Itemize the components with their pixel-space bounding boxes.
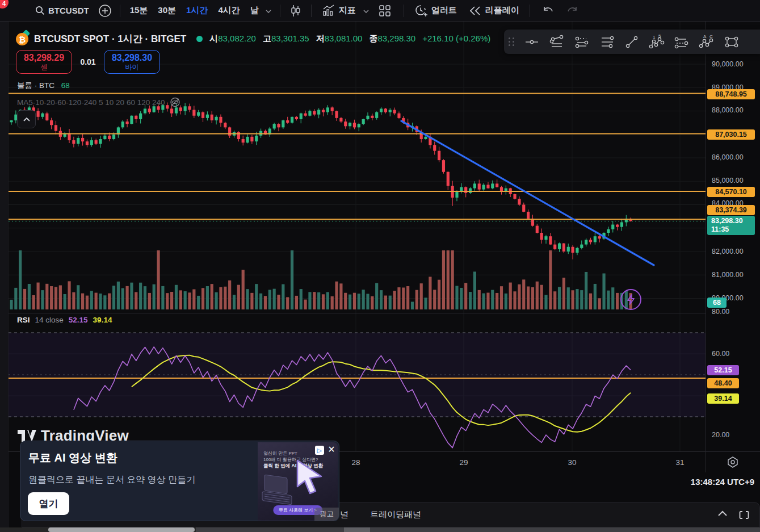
symbol-search-label: BTCUSDT — [48, 6, 89, 15]
time-tick: 29 — [459, 458, 468, 467]
chart-type-button[interactable] — [285, 2, 306, 19]
chevron-up-icon — [23, 117, 31, 122]
volume-value: 68 — [61, 81, 70, 90]
draw-tool-horizontal-line[interactable] — [519, 32, 544, 52]
draw-tool-parallel-rays[interactable] — [594, 32, 619, 52]
plus-circle-icon — [98, 4, 112, 18]
draw-tool-fib-retracement[interactable] — [569, 32, 594, 52]
timeframe-날[interactable]: 날 — [245, 5, 264, 16]
rsi-axis-label: 52.15 — [707, 365, 739, 375]
notification-badge[interactable]: 4 — [0, 0, 9, 9]
left-sidebar-collapsed[interactable] — [0, 22, 9, 532]
draw-tool-abc-pattern[interactable]: AC — [694, 32, 719, 52]
buy-button[interactable]: 83,298.30 바이 — [104, 50, 160, 74]
redo-icon — [565, 5, 579, 16]
indicators-button[interactable]: 지표 — [316, 2, 362, 19]
price-tick: 88,000.00 — [712, 106, 744, 114]
price-tick: 81,000.00 — [712, 271, 744, 279]
price-tick: 90,000.00 — [712, 60, 744, 68]
rsi-legend[interactable]: RSI 14 close 52.15 39.14 — [17, 316, 112, 324]
volume-axis-label: 68 — [707, 298, 727, 308]
toolbar-separator — [311, 5, 312, 17]
symbol-search-button[interactable]: BTCUSDT — [30, 2, 95, 19]
rsi-value: 52.15 — [69, 316, 88, 324]
ad-open-button[interactable]: 열기 — [28, 492, 69, 515]
panel-expand-button[interactable] — [717, 510, 728, 520]
chevron-down-icon[interactable] — [362, 7, 371, 16]
trade-buttons: 83,298.29 셀 0.01 83,298.30 바이 — [16, 50, 160, 74]
timeframe-30분[interactable]: 30분 — [153, 5, 181, 16]
level-price-label: 84,570.10 — [707, 187, 755, 197]
adchoices-icon[interactable]: ▷ — [315, 446, 324, 455]
grid-layout-icon — [379, 5, 391, 17]
market-open-dot-icon — [196, 36, 203, 42]
level-price-label: 87,030.15 — [707, 129, 755, 140]
timeframe-4시간[interactable]: 4시간 — [213, 5, 245, 16]
lightning-icon — [627, 294, 635, 305]
sell-button[interactable]: 83,298.29 셀 — [16, 50, 72, 74]
trading-app: 4 BTCUSDT 15분30분1시간4시간날 지표 — [0, 0, 760, 532]
tab-trading-panel[interactable]: 트레이딩패널 — [370, 509, 421, 520]
spread-value: 0.01 — [72, 57, 104, 66]
svg-text:C: C — [709, 34, 713, 39]
top-toolbar: 4 BTCUSDT 15분30분1시간4시간날 지표 — [0, 0, 760, 22]
draw-tool-rectangle[interactable] — [719, 32, 744, 52]
ohlc-values: 시83,082.20 고83,301.35 저83,081.00 종83,298… — [209, 33, 490, 44]
rsi-axis-label: 39.14 — [707, 393, 739, 404]
svg-text:5: 5 — [658, 34, 661, 39]
draw-tool-fib-channel[interactable] — [669, 32, 694, 52]
undo-icon — [541, 5, 555, 16]
redo-button[interactable] — [562, 2, 582, 19]
volume-legend[interactable]: 볼륨 · BTC 68 — [17, 81, 70, 91]
maximize-icon — [739, 510, 749, 520]
last-price-label: 83,298.3011:35 — [707, 216, 755, 235]
undo-button[interactable] — [535, 2, 562, 19]
price-change: +216.10 (+0.26%) — [422, 33, 490, 44]
timeframe-15분[interactable]: 15분 — [125, 5, 153, 16]
draw-tool-elliott-wave[interactable]: 15 — [644, 32, 669, 52]
layout-grid-button[interactable] — [371, 2, 399, 19]
drawing-toolbar: 15AC — [504, 30, 760, 54]
timeframe-1시간[interactable]: 1시간 — [181, 5, 213, 16]
price-tick: 60.00 — [712, 350, 729, 358]
level-price-label: 88,748.95 — [707, 89, 755, 99]
scrollbar-handle[interactable] — [48, 527, 195, 532]
price-tick: 82,000.00 — [712, 248, 744, 255]
draw-tool-pitchfork[interactable] — [544, 32, 569, 52]
time-tick: 31 — [675, 458, 684, 467]
svg-text:A: A — [703, 34, 707, 39]
time-tick: 30 — [568, 458, 576, 467]
symbol-header: ₿ BTCUSDT SPOT · 1시간 · BITGET 시83,082.20… — [16, 32, 490, 45]
rsi-axis-label: 48.40 — [707, 378, 739, 388]
clock[interactable]: 13:48:24 UTC+9 — [691, 477, 754, 487]
toolbar-separator — [280, 5, 280, 17]
ma-legend[interactable]: MA5-10-20-60-120-240 5 10 20 60 120 240 — [17, 97, 181, 107]
chevron-up-icon — [717, 510, 728, 517]
indicator-icon — [322, 5, 335, 17]
eye-off-icon[interactable] — [169, 97, 181, 107]
price-axis[interactable]: 90,000.0089,000.0088,000.0086,000.0085,0… — [706, 22, 760, 472]
replay-button[interactable]: 리플레이 — [463, 2, 525, 19]
drag-handle-icon[interactable] — [509, 37, 515, 46]
ad-title: 무료 AI 영상 변환 — [28, 450, 117, 466]
svg-text:1: 1 — [653, 35, 656, 40]
hidden-tab-fragment[interactable]: 널 — [340, 509, 348, 520]
panel-maximize-button[interactable] — [739, 510, 749, 520]
chevron-down-icon[interactable] — [264, 7, 273, 16]
quick-trade-lightning-button[interactable] — [620, 289, 641, 310]
price-tick: 20.00 — [712, 431, 729, 439]
btc-logo-icon: ₿ — [16, 32, 30, 45]
alert-clock-icon — [414, 4, 428, 18]
horizontal-scrollbar[interactable] — [0, 527, 760, 532]
candlestick-icon — [289, 4, 302, 18]
indicators-label: 지표 — [339, 5, 356, 16]
symbol-title[interactable]: BTCUSDT SPOT · 1시간 · BITGET — [34, 32, 186, 45]
compare-symbol-button[interactable] — [95, 2, 115, 19]
alert-button[interactable]: 얼러트 — [409, 2, 463, 19]
scrollbar-segment — [344, 527, 370, 532]
scrollbar-track-segment — [196, 527, 760, 532]
legend-collapse-button[interactable] — [17, 110, 36, 128]
draw-tool-trend-line[interactable] — [619, 32, 644, 52]
ad-close-button[interactable]: ✕ — [326, 445, 337, 455]
search-icon — [35, 6, 45, 15]
